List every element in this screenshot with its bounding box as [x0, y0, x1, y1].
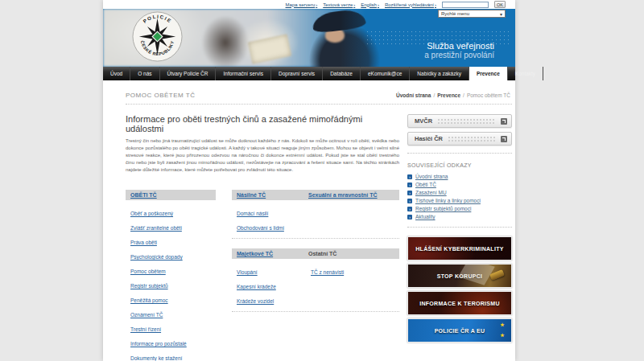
banner-label: HLÁŠENÍ KYBERKRIMINALITY	[415, 246, 503, 252]
topic-link[interactable]: Krádeže vozidel	[237, 297, 274, 305]
list-item: Peněžitá pomoc	[130, 291, 211, 306]
group-title-link[interactable]: Násilné TČ	[237, 192, 266, 198]
list-item: › Registr subjektů pomoci	[407, 206, 512, 211]
topic-link[interactable]: Oběť a poškozený	[130, 210, 173, 217]
tagline-line1: Služba veřejnosti	[424, 41, 494, 51]
box-header: OBĚTI TČ	[126, 190, 216, 200]
box-title-link[interactable]: OBĚTI TČ	[130, 192, 157, 198]
breadcrumb-link-prevence[interactable]: Prevence	[437, 92, 460, 98]
breadcrumb-separator: /	[463, 92, 464, 98]
quick-menu-select[interactable]: Rychlé menu ▾	[438, 10, 506, 18]
banner-police-eu[interactable]: POLICIE ČR A EU ★★	[407, 318, 512, 343]
group-title-link[interactable]: Majetkové TČ	[237, 251, 273, 256]
nav-item[interactable]: Informační servis	[216, 67, 271, 80]
box-obeti-tc: OBĚTI TČ Oběť a poškozenýZvlášť zranitel…	[126, 190, 216, 361]
dot-texture	[448, 136, 496, 142]
nav-item[interactable]: Kontakty	[508, 67, 543, 80]
topbar-link[interactable]: Textová verze›	[323, 2, 355, 7]
topic-link[interactable]: Pomoc obětem	[130, 268, 166, 275]
list-item: Krádeže vozidel	[237, 292, 301, 306]
arrow-bullet-icon: ›	[407, 207, 412, 211]
crime-groups: Násilné TČ Sexuální a mravnostní TČ Domá…	[232, 190, 399, 361]
topic-link[interactable]: Dokumenty ke stažení	[130, 355, 182, 361]
topic-link[interactable]: Kapesní krádeže	[237, 283, 276, 290]
nav-item[interactable]: Úvod	[103, 67, 130, 80]
quick-menu-label: Rychlé menu	[441, 11, 469, 16]
external-link-icon	[501, 118, 507, 125]
topic-link[interactable]: Psychologické dopady	[130, 253, 183, 260]
topic-link[interactable]: Trestní řízení	[130, 326, 161, 333]
topic-link[interactable]: Oznámení TČ	[130, 311, 163, 318]
list-item: › Tísňové linky a linky pomoci	[407, 198, 512, 203]
topic-link[interactable]: Zvlášť zranitelné oběti	[130, 224, 182, 232]
chevron-right-icon: ›	[353, 2, 355, 7]
topic-link[interactable]: Registr subjektů	[130, 282, 168, 289]
related-link[interactable]: Aktuality	[415, 214, 436, 219]
banner-label: POLICIE ČR A EU	[435, 328, 485, 334]
topbar-link[interactable]: Rozšířené vyhledávání›	[385, 2, 436, 7]
chevron-right-icon: ›	[435, 2, 436, 7]
sidebar: MVČR Hasiči ČR SOUVISEJÍCÍ ODKAZY ›	[407, 114, 512, 361]
nav-item[interactable]: Dopravní servis	[271, 67, 323, 80]
header-banner: Služba veřejnosti a prestižní povolání P…	[103, 9, 515, 67]
group-title-link[interactable]: Sexuální a mravnostní TČ	[308, 192, 378, 198]
page-title: POMOC OBĚTEM TČ	[126, 92, 195, 99]
nav-item[interactable]: O nás	[130, 67, 159, 80]
related-link[interactable]: Zasažení MU	[415, 190, 447, 195]
external-link-icon	[501, 136, 507, 142]
topic-link[interactable]: Informace pro pozůstalé	[130, 340, 187, 347]
banner-stop-corruption[interactable]: STOP KORUPCI	[407, 264, 512, 288]
chevron-right-icon: ›	[378, 2, 379, 7]
topbar: Mapa serveru› Textová verze› English› Ro…	[103, 0, 515, 9]
arrow-bullet-icon: ›	[407, 174, 412, 179]
list-item: Obchodování s lidmi	[237, 219, 301, 233]
list-item: Pomoc obětem	[130, 262, 211, 277]
main-nav: Úvod O nás Útvary Policie ČR Informační …	[103, 67, 515, 80]
sidebar-button-label: Hasiči ČR	[415, 135, 443, 142]
police-logo[interactable]: POLICIE ČESKÉ REPUBLIKY	[132, 11, 183, 62]
banner-terrorism-info[interactable]: INFORMACE K TERORISMU	[407, 291, 512, 315]
list-item: Oznámení TČ	[130, 306, 211, 320]
search-ok-button[interactable]: OK	[494, 1, 506, 8]
search-input[interactable]	[442, 2, 489, 8]
nav-item[interactable]: eKomunik@ce	[361, 67, 410, 80]
banner-label: INFORMACE K TERORISMU	[419, 301, 500, 306]
topic-link[interactable]: Domácí násilí	[237, 210, 268, 217]
related-link[interactable]: Úvodní strana	[415, 174, 448, 179]
related-link[interactable]: Registr subjektů pomoci	[415, 206, 471, 211]
banner-label: STOP KORUPCI	[437, 273, 483, 279]
nav-item[interactable]: Nabídky a zakázky	[410, 67, 469, 80]
nav-item[interactable]: Databáze	[323, 67, 361, 80]
topic-link[interactable]: Vloupání	[237, 269, 258, 276]
banner-cybercrime[interactable]: HLÁŠENÍ KYBERKRIMINALITY	[407, 236, 512, 260]
topbar-link[interactable]: English›	[361, 2, 379, 7]
sidebar-button-hasici[interactable]: Hasiči ČR	[407, 132, 512, 146]
sidebar-button-mvcr[interactable]: MVČR	[407, 114, 512, 128]
arrow-bullet-icon: ›	[407, 215, 412, 219]
list-item: Informace pro pozůstalé	[130, 334, 211, 349]
sidebar-button-label: MVČR	[415, 117, 432, 125]
tagline-line2: a prestižní povolání	[424, 51, 494, 60]
group-title: Ostatní TČ	[308, 251, 394, 256]
list-item: › Úvodní strana	[407, 174, 512, 179]
dotted-separator	[407, 153, 512, 154]
topic-link[interactable]: Obchodování s lidmi	[237, 224, 284, 232]
topic-link[interactable]: TČ z nenávisti	[311, 269, 344, 276]
dotted-separator	[407, 227, 512, 228]
topic-link[interactable]: Práva oběti	[130, 239, 157, 246]
content-area: POMOC OBĚTEM TČ Úvodní strana/Prevence/P…	[103, 80, 515, 361]
related-link[interactable]: Tísňové linky a linky pomoci	[415, 198, 481, 203]
breadcrumb-link-home[interactable]: Úvodní strana	[396, 92, 431, 98]
nav-item[interactable]: Prevence	[469, 67, 508, 80]
chevron-right-icon: ›	[316, 2, 317, 7]
topic-link[interactable]: Peněžitá pomoc	[130, 297, 168, 304]
main-column: Informace pro oběti trestných činů a zas…	[126, 114, 399, 361]
list-item: › Oběti TČ	[407, 182, 512, 187]
arrow-bullet-icon: ›	[407, 191, 412, 195]
list-item: TČ z nenávisti	[311, 263, 394, 277]
nav-item[interactable]: Útvary Policie ČR	[160, 67, 217, 80]
topbar-link[interactable]: Mapa serveru›	[286, 2, 318, 7]
related-link[interactable]: Oběti TČ	[415, 182, 436, 187]
page-container: Mapa serveru› Textová verze› English› Ro…	[103, 0, 515, 361]
links-row-crime: OBĚTI TČ Oběť a poškozenýZvlášť zranitel…	[126, 190, 399, 361]
